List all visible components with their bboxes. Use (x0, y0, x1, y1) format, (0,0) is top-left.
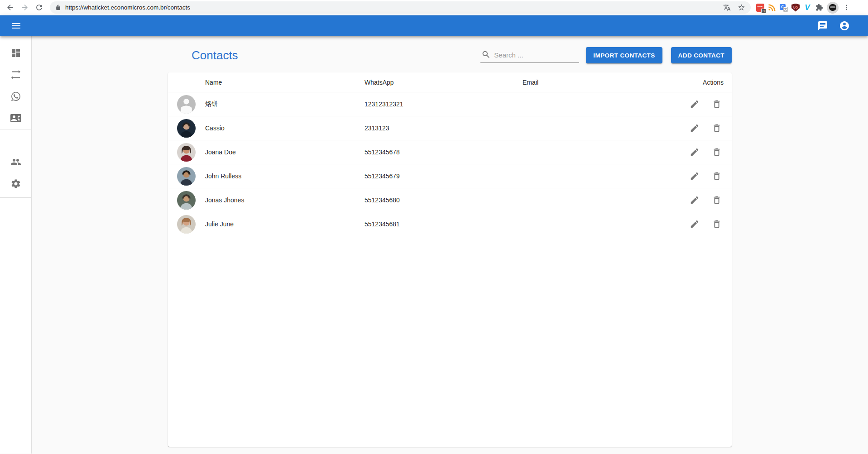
reload-icon (35, 3, 43, 12)
browser-menu-button[interactable] (842, 4, 850, 12)
extensions-area: ••• 3 G 文 UO V (754, 2, 852, 14)
gear-icon (10, 178, 21, 189)
page-header: Contacts IMPORT CONTACTS ADD CONTACT (168, 46, 732, 64)
browser-back-button[interactable] (3, 1, 17, 14)
main-content: Contacts IMPORT CONTACTS ADD CONTACT Nam… (32, 36, 868, 454)
dashboard-icon (10, 48, 21, 58)
contact-name: Julie June (205, 220, 364, 228)
sidebar-item-dashboard[interactable] (0, 42, 31, 64)
contact-name: Cassio (205, 124, 364, 132)
avatar (177, 167, 196, 186)
pencil-icon (690, 219, 700, 229)
contact-whatsapp: 5512345681 (364, 220, 523, 228)
sidebar (0, 36, 32, 454)
table-row: 烙饼 12312312321 (168, 92, 732, 116)
pencil-icon (690, 123, 700, 133)
puzzle-extension-icon[interactable] (815, 4, 823, 12)
edit-contact-button[interactable] (688, 97, 701, 111)
browser-reload-button[interactable] (32, 1, 46, 14)
import-contacts-button[interactable]: IMPORT CONTACTS (586, 47, 662, 63)
url-text: https://whaticket.economicros.com.br/con… (65, 4, 190, 11)
column-header-name: Name (205, 79, 364, 86)
page-title: Contacts (192, 48, 238, 62)
contact-whatsapp: 5512345678 (364, 148, 523, 156)
sidebar-item-settings[interactable] (0, 173, 31, 195)
table-row: John Rulless 5512345679 (168, 164, 732, 188)
table-row: Jonas Jhones 5512345680 (168, 188, 732, 212)
avatar (177, 191, 196, 210)
contact-name: 烙饼 (205, 100, 364, 108)
search-box (480, 48, 579, 63)
rss-extension-icon[interactable] (768, 4, 776, 12)
browser-toolbar: https://whaticket.economicros.com.br/con… (0, 0, 868, 15)
account-button[interactable] (834, 16, 854, 36)
ublock-extension-icon[interactable]: UO (791, 4, 800, 12)
column-header-whatsapp: WhatsApp (364, 79, 523, 86)
trash-icon (712, 123, 722, 133)
sidebar-item-connections[interactable] (0, 64, 31, 86)
edit-contact-button[interactable] (688, 169, 701, 183)
pencil-icon (690, 147, 700, 157)
sidebar-item-contacts[interactable] (0, 107, 31, 129)
address-bar[interactable]: https://whaticket.economicros.com.br/con… (50, 1, 751, 14)
trash-icon (712, 99, 722, 109)
avatar (177, 215, 196, 234)
avatar (177, 95, 196, 114)
contacts-table-card: Name WhatsApp Email Actions 烙饼 123123123… (168, 72, 732, 447)
sidebar-divider-bottom (0, 197, 31, 198)
table-row: Julie June 5512345681 (168, 212, 732, 236)
whatsapp-icon (10, 91, 21, 102)
add-contact-button[interactable]: ADD CONTACT (671, 47, 732, 63)
avatar (177, 143, 196, 162)
google-translate-extension-icon[interactable]: G 文 (780, 4, 788, 12)
contact-whatsapp: 5512345680 (364, 196, 523, 204)
pencil-icon (690, 99, 700, 109)
contact-whatsapp: 12312312321 (364, 100, 523, 108)
pencil-icon (690, 171, 700, 181)
edit-contact-button[interactable] (688, 145, 701, 159)
delete-contact-button[interactable] (710, 97, 724, 111)
contact-name: Joana Doe (205, 148, 364, 156)
red-extension-icon[interactable]: ••• 3 (756, 4, 764, 12)
vimeo-extension-icon[interactable]: V (803, 4, 811, 12)
lock-icon (55, 5, 61, 10)
sidebar-item-tickets[interactable] (0, 86, 31, 107)
translate-icon[interactable] (723, 4, 731, 11)
bookmark-star-icon[interactable] (738, 4, 745, 11)
chat-icon (817, 20, 828, 31)
messages-button[interactable] (813, 16, 833, 36)
pencil-icon (690, 195, 700, 205)
contact-name: Jonas Jhones (205, 196, 364, 204)
contact-whatsapp: 2313123 (364, 124, 523, 132)
extension-badge: 3 (761, 9, 766, 14)
delete-contact-button[interactable] (710, 121, 724, 135)
search-input[interactable] (494, 51, 571, 59)
table-header-row: Name WhatsApp Email Actions (168, 72, 732, 92)
people-icon (10, 157, 21, 167)
delete-contact-button[interactable] (710, 145, 724, 159)
avatar (177, 119, 196, 138)
delete-contact-button[interactable] (710, 193, 724, 207)
trash-icon (712, 195, 722, 205)
search-icon (481, 50, 491, 59)
table-row: Cassio 2313123 (168, 116, 732, 140)
trash-icon (712, 171, 722, 181)
menu-button[interactable] (6, 16, 26, 36)
edit-contact-button[interactable] (688, 193, 701, 207)
browser-forward-button[interactable] (17, 1, 32, 14)
column-header-email: Email (523, 79, 673, 86)
delete-contact-button[interactable] (710, 169, 724, 183)
edit-contact-button[interactable] (688, 121, 701, 135)
column-header-actions: Actions (673, 79, 732, 86)
delete-contact-button[interactable] (710, 217, 724, 231)
account-circle-icon (839, 20, 850, 31)
browser-profile-avatar[interactable] (827, 2, 839, 14)
forward-arrow-icon (20, 3, 29, 12)
table-row: Joana Doe 5512345678 (168, 140, 732, 164)
sync-alt-icon (10, 69, 21, 80)
edit-contact-button[interactable] (688, 217, 701, 231)
sidebar-item-users[interactable] (0, 151, 31, 173)
sidebar-subheader-space (0, 129, 31, 151)
back-arrow-icon (6, 3, 14, 12)
trash-icon (712, 219, 722, 229)
